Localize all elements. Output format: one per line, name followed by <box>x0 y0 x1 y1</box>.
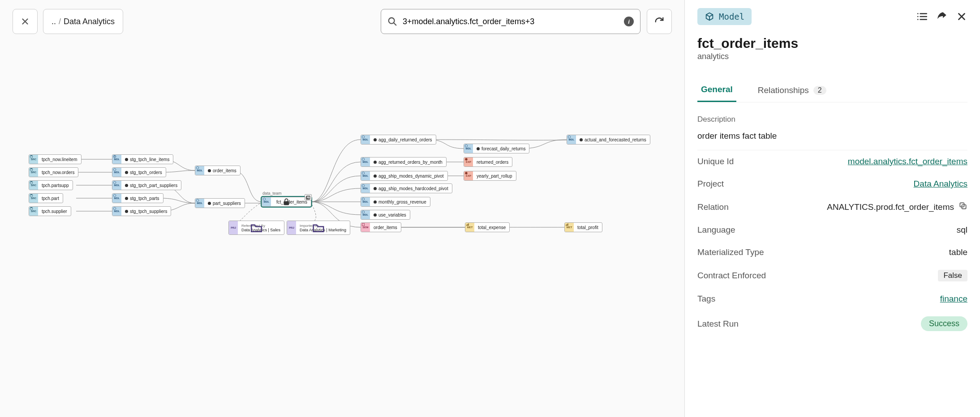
node-stg-tpch-line-items[interactable]: MDLstg_tpch_line_items <box>112 154 173 164</box>
node-order-items-int[interactable]: MDLorder_items <box>195 166 241 175</box>
node-agg-daily-returned-orders[interactable]: MDLagg_daily_returned_orders <box>361 135 436 145</box>
svg-rect-12 <box>467 224 468 226</box>
svg-rect-14 <box>566 225 566 226</box>
row-relation: RelationANALYTICS.prod.fct_order_items <box>697 195 967 219</box>
node-stg-tpch-suppliers[interactable]: MDLstg_tpch_suppliers <box>112 206 171 216</box>
row-contract-enforced: Contract EnforcedFalse <box>697 264 967 288</box>
node-tpch-now-lineitem[interactable]: SRCtpch_now.lineitem <box>29 154 82 164</box>
svg-point-3 <box>30 181 32 182</box>
breadcrumb-current: Data Analytics <box>64 17 115 26</box>
svg-rect-13 <box>468 223 469 226</box>
node-exp-yearly-part-rollup[interactable]: EXPyearly_part_rollup <box>464 171 516 181</box>
description-label: Description <box>697 115 967 124</box>
node-stg-tpch-parts[interactable]: MDLstg_tpch_parts <box>112 193 163 203</box>
row-unique-id: Unique Idmodel.analytics.fct_order_items <box>697 150 967 173</box>
details-panel: Model fct_order_items analytics General … <box>684 0 980 417</box>
node-tpch-supplier[interactable]: SRCtpch.supplier <box>29 206 71 216</box>
copy-relation-button[interactable] <box>959 201 967 213</box>
search-input[interactable] <box>403 17 619 26</box>
node-agg-ship-modes-hardcoded[interactable]: MDLagg_ship_modes_hardcoded_pivot <box>361 183 452 193</box>
close-button[interactable] <box>13 9 38 34</box>
ref-box-marketing[interactable]: PRJImported byData Analytics | Marketing <box>287 221 350 235</box>
node-stg-tpch-orders[interactable]: MDLstg_tpch_orders <box>112 167 166 177</box>
unique-id-link[interactable]: model.analytics.fct_order_items <box>848 157 967 166</box>
svg-rect-16 <box>567 223 568 226</box>
svg-point-2 <box>30 168 32 169</box>
search-icon <box>387 17 397 26</box>
svg-rect-15 <box>567 224 567 226</box>
refresh-icon <box>654 17 664 26</box>
row-tags: Tagsfinance <box>697 288 967 310</box>
node-actual-and-forecasted-returns[interactable]: MDLactual_and_forecasted_returns <box>567 135 650 145</box>
node-tpch-partsupp[interactable]: SRCtpch.partsupp <box>29 180 73 190</box>
panel-title: fct_order_items <box>697 36 967 51</box>
search-info-icon[interactable]: i <box>624 17 634 26</box>
row-latest-run: Latest RunSuccess <box>697 310 967 337</box>
node-met-total-expense[interactable]: METtotal_expense <box>465 222 510 232</box>
tag-link[interactable]: finance <box>940 294 967 304</box>
node-agg-returned-orders-by-month[interactable]: MDLagg_returned_orders_by_month <box>361 157 447 167</box>
svg-point-4 <box>30 194 32 195</box>
svg-point-1 <box>30 155 32 156</box>
svg-point-10 <box>465 172 467 174</box>
latest-run-status: Success <box>921 316 967 331</box>
svg-rect-6 <box>284 201 289 205</box>
node-sem-order-items[interactable]: SEMorder_items <box>361 222 401 232</box>
node-tpch-now-orders[interactable]: SRCtpch_now.orders <box>29 167 78 177</box>
relationships-count: 2 <box>813 86 826 95</box>
row-materialized-type: Materialized Typetable <box>697 241 967 264</box>
svg-point-5 <box>30 207 32 208</box>
node-exp-returned-orders[interactable]: EXPreturned_orders <box>464 157 512 167</box>
list-icon[interactable] <box>916 11 928 22</box>
node-forecast-daily-returns[interactable]: MDLforecast_daily_returns <box>464 144 529 153</box>
model-icon <box>705 12 714 21</box>
refresh-button[interactable] <box>647 9 672 34</box>
search-box[interactable]: i <box>381 9 640 34</box>
top-toolbar: .. / Data Analytics i <box>0 0 684 43</box>
panel-tabs: General Relationships 2 <box>697 80 967 102</box>
lineage-graph[interactable]: SRCtpch_now.lineitem SRCtpch_now.orders … <box>0 45 684 417</box>
lineage-canvas-area: .. / Data Analytics i <box>0 0 684 417</box>
svg-rect-8 <box>362 223 364 226</box>
breadcrumb[interactable]: .. / Data Analytics <box>43 9 123 34</box>
share-icon[interactable] <box>936 11 948 22</box>
resource-type-badge: Model <box>697 8 752 25</box>
node-stg-tpch-part-suppliers[interactable]: MDLstg_tpch_part_suppliers <box>112 180 181 190</box>
node-monthly-gross-revenue[interactable]: MDLmonthly_gross_revenue <box>361 197 430 207</box>
tab-general[interactable]: General <box>697 80 736 102</box>
svg-rect-11 <box>466 225 467 226</box>
node-tpch-part[interactable]: SRCtpch.part <box>29 193 63 203</box>
description-text: order items fact table <box>697 131 967 150</box>
close-icon <box>20 17 30 26</box>
row-language: Languagesql <box>697 219 967 241</box>
node-agg-ship-modes-dynamic[interactable]: MDLagg_ship_modes_dynamic_pivot <box>361 171 448 181</box>
row-project: ProjectData Analytics <box>697 173 967 195</box>
tab-relationships[interactable]: Relationships 2 <box>754 80 830 102</box>
contract-chip: False <box>938 270 967 281</box>
node-fct-order-items[interactable]: MDLfct_order_items <box>262 197 311 207</box>
node-use-variables[interactable]: MDLuse_variables <box>361 210 410 220</box>
node-group-label: data_team <box>262 191 282 196</box>
node-part-suppliers[interactable]: MDLpart_suppliers <box>195 198 245 208</box>
project-link[interactable]: Data Analytics <box>914 179 967 189</box>
close-panel-icon[interactable] <box>956 11 967 22</box>
ref-box-sales[interactable]: PRJReferenced ByData Analytics | Sales <box>228 221 284 235</box>
node-version-count[interactable]: 2 <box>305 194 312 200</box>
svg-point-9 <box>465 158 467 160</box>
breadcrumb-prefix: .. <box>52 17 56 26</box>
breadcrumb-separator: / <box>59 17 61 26</box>
panel-subtitle: analytics <box>697 52 967 61</box>
node-met-total-profit[interactable]: METtotal_profit <box>564 222 602 232</box>
